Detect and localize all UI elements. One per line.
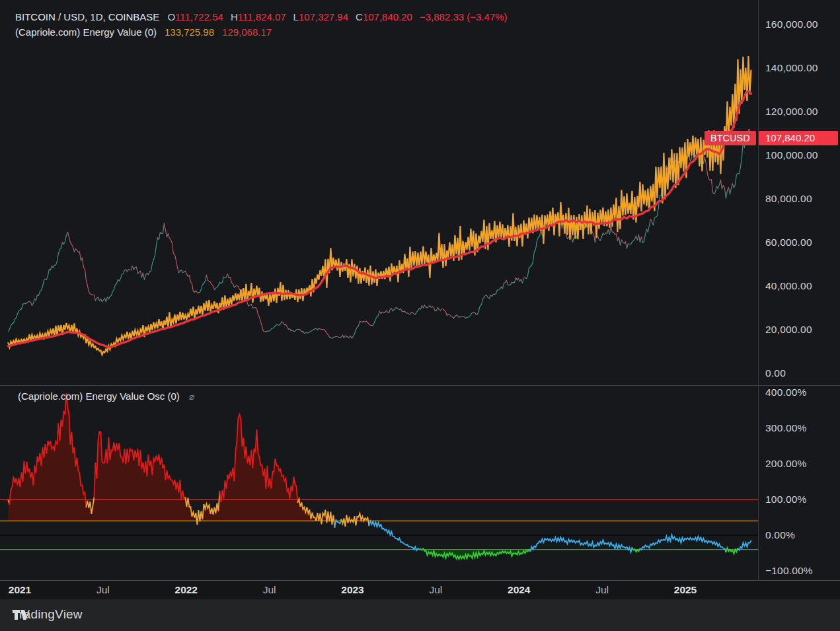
time-scale-label-2023: 2023 xyxy=(341,584,363,596)
indicator-title: (Capriole.com) Energy Value (0) xyxy=(15,26,157,38)
tradingview-logo-icon xyxy=(12,609,30,621)
oscillator-legend-row[interactable]: (Capriole.com) Energy Value Osc (0) ⌀ xyxy=(18,389,194,404)
time-scale-label-2025: 2025 xyxy=(674,584,697,596)
price-scale-label: 140,000.00 xyxy=(765,62,818,74)
time-scale-label-2021: 2021 xyxy=(9,584,31,596)
price-scale-label: 80,000.00 xyxy=(765,193,812,205)
osc-scale-label: 300.00% xyxy=(765,422,807,434)
indicator-value-secondary: 129,068.17 xyxy=(222,26,272,38)
price-scale-label: 160,000.00 xyxy=(765,19,818,30)
indicator-legend-row[interactable]: (Capriole.com) Energy Value (0) 133,725.… xyxy=(15,24,508,40)
osc-scale-label: 100.00% xyxy=(765,494,807,505)
last-price-value-badge: 107,840.20 xyxy=(759,131,838,145)
bottom-toolbar: TradingView xyxy=(0,599,840,631)
time-scale-label-jul: Jul xyxy=(263,584,276,596)
price-scale-label: 0.00 xyxy=(765,367,786,379)
time-scale-label-jul: Jul xyxy=(96,584,110,596)
price-scale-label: 20,000.00 xyxy=(765,324,812,336)
osc-scale-label: −100.00% xyxy=(765,565,813,577)
price-chart-canvas[interactable] xyxy=(0,0,759,386)
symbol-title: BITCOIN / USD, 1D, COINBASE xyxy=(15,11,159,22)
osc-scale-label: 0.00% xyxy=(765,529,795,541)
time-scale-label-2022: 2022 xyxy=(175,584,198,596)
hide-indicator-icon[interactable]: ⌀ xyxy=(189,391,194,402)
time-scale-label-2024: 2024 xyxy=(508,584,530,596)
indicator-value-primary: 133,725.98 xyxy=(165,26,214,38)
change-value: −3,882.33 (−3.47%) xyxy=(420,11,508,22)
time-scale-label-jul: Jul xyxy=(595,584,609,596)
ohlc-item: O111,722.54 xyxy=(167,11,223,22)
tradingview-chart-page: BITCOIN / USD, 1D, COINBASE O111,722.54H… xyxy=(0,0,840,631)
oscillator-legend: (Capriole.com) Energy Value Osc (0) ⌀ xyxy=(18,389,194,404)
price-scale-label: 100,000.00 xyxy=(765,149,818,161)
osc-scale-label: 200.00% xyxy=(765,458,807,470)
price-scale-label: 40,000.00 xyxy=(765,280,812,292)
price-scale-label: 120,000.00 xyxy=(765,106,818,118)
time-scale[interactable]: 2021Jul2022Jul2023Jul2024Jul2025 xyxy=(0,580,840,599)
oscillator-title: (Capriole.com) Energy Value Osc (0) xyxy=(18,390,180,402)
ohlc-item: C107,840.20 xyxy=(356,11,412,22)
chart-legend: BITCOIN / USD, 1D, COINBASE O111,722.54H… xyxy=(15,9,508,40)
tradingview-logo[interactable]: TradingView xyxy=(12,607,83,622)
symbol-legend-row[interactable]: BITCOIN / USD, 1D, COINBASE O111,722.54H… xyxy=(15,9,508,24)
price-scale[interactable]: 160,000.00140,000.00120,000.00100,000.00… xyxy=(759,0,840,580)
ohlc-item: H111,824.07 xyxy=(231,11,286,22)
pane-separator[interactable] xyxy=(0,385,840,386)
time-scale-label-jul: Jul xyxy=(429,584,442,596)
oscillator-chart-canvas[interactable] xyxy=(0,386,759,580)
osc-scale-label: 400.00% xyxy=(765,387,807,398)
price-scale-label: 60,000.00 xyxy=(765,237,812,248)
ohlc-values: O111,722.54H111,824.07L107,327.94C107,84… xyxy=(167,11,412,22)
ohlc-item: L107,327.94 xyxy=(293,11,348,22)
last-price-symbol-badge: BTCUSD xyxy=(705,131,756,145)
